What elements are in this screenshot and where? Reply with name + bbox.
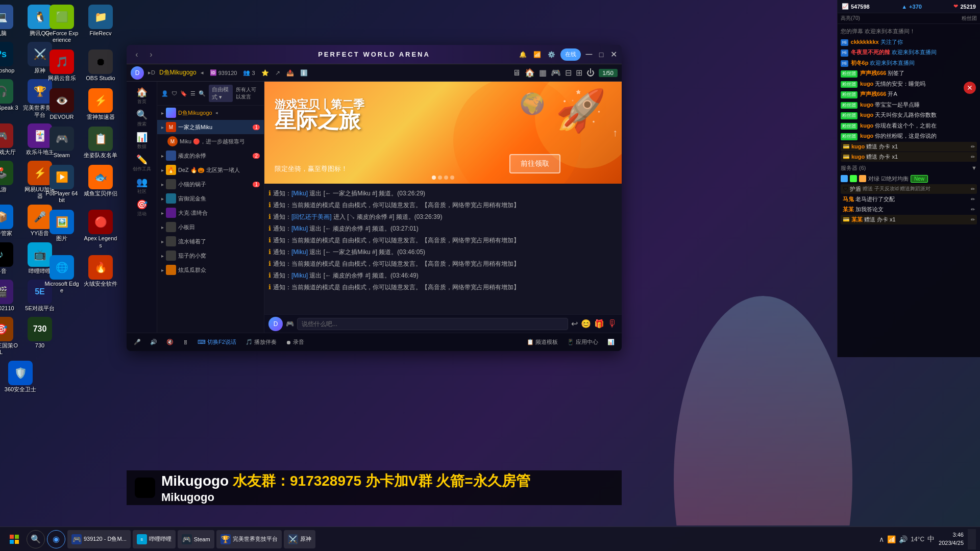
edit-icon-4[interactable]: ✏ xyxy=(971,196,975,202)
close-button[interactable]: ✕ xyxy=(609,51,618,59)
gift-icon[interactable]: 🎁 xyxy=(594,319,604,329)
home-icon[interactable]: 🏠 xyxy=(525,68,535,78)
switch-f2-btn[interactable]: ⌨ 切换F2说话 xyxy=(194,337,239,347)
close-overlay-btn[interactable]: ✕ xyxy=(964,82,976,94)
channel-item-yuji[interactable]: ▸ 顽皮的余悸 2 xyxy=(157,148,264,163)
grid-icon[interactable]: ▦ xyxy=(539,68,547,78)
icon-obs[interactable]: ⏺ OBS Studio xyxy=(82,47,119,84)
channel-item-dez[interactable]: ▸ 🔥 DeZ 🔥🎃 北区第一堵人 xyxy=(157,163,264,177)
app-center-btn[interactable]: 📱 应用中心 xyxy=(564,337,601,347)
scroll-up-button[interactable]: ↑ xyxy=(612,127,618,139)
edit-icon-2[interactable]: ✏ xyxy=(971,154,975,160)
channel-item-qiezi[interactable]: ▸ 茄子的小窝 xyxy=(157,248,264,263)
resize-icon[interactable]: ⊞ xyxy=(576,68,582,78)
volume-bar-btn[interactable]: 📊 xyxy=(604,337,618,347)
banner-cta-button[interactable]: 前往领取 xyxy=(509,154,560,173)
channel-item-miku[interactable]: ▸ M 一家之插Miku 1 xyxy=(157,120,264,134)
sidebar-home[interactable]: 🏠 首页 xyxy=(132,86,152,106)
icon-huoshan[interactable]: 🔥 火绒安全软件 xyxy=(82,253,119,296)
color-swatch-green[interactable] xyxy=(850,175,857,182)
icon-steam[interactable]: 🎮 Steam xyxy=(43,124,80,161)
sidebar-create[interactable]: ✏️ 创作工具 xyxy=(132,153,152,173)
icon-ruanjian[interactable]: 📦 软件管家 xyxy=(0,203,19,239)
icon-geforce[interactable]: 🟩 GeForce Experience xyxy=(43,3,80,45)
edit-icon-5[interactable]: ✏ xyxy=(971,207,975,212)
edit-icon-1[interactable]: ✏ xyxy=(971,144,975,149)
record-icon[interactable]: 🎙 xyxy=(607,318,618,330)
taskbar-app-yuanshen[interactable]: ⚔️ 原神 xyxy=(284,530,315,548)
settings-icon[interactable]: ⚙️ xyxy=(546,49,556,60)
chevron-icon[interactable]: ▼ xyxy=(971,165,977,171)
start-button[interactable] xyxy=(4,529,24,549)
speaker-btn[interactable]: 🔊 xyxy=(147,337,160,347)
record-btn[interactable]: ⏺ 录音 xyxy=(283,337,307,347)
channel-item-haxun[interactable]: ▸ 炫瓜瓜群众 xyxy=(157,263,264,277)
channel-item-miku2[interactable]: M Miku 🔴，进一步越狠靠弓 xyxy=(157,134,264,148)
emoji-icon[interactable]: 🎮 xyxy=(286,320,294,328)
sidebar-search[interactable]: 🔍 搜索 xyxy=(132,108,152,129)
icon-diannao[interactable]: 💻 电脑 xyxy=(0,3,19,39)
chat-input[interactable] xyxy=(297,318,568,330)
icon-yygames[interactable]: 🎮 YY游戏大厅 xyxy=(0,121,19,158)
icon-dianyou[interactable]: 🕹️ 电游 xyxy=(0,159,19,202)
game-icon[interactable]: 🎮 xyxy=(551,68,561,78)
sidebar-activity[interactable]: 🎯 活动 xyxy=(132,198,152,218)
icon-douyin[interactable]: ♪ 抖音 xyxy=(0,240,19,277)
icon-zuojie[interactable]: 📋 坐姿队友名单 xyxy=(82,124,119,161)
noise-btn[interactable]: 🔇 xyxy=(163,337,177,347)
channel-template-btn[interactable]: 📋 频道模板 xyxy=(524,337,561,347)
nav-forward[interactable]: › xyxy=(145,48,157,61)
icon-teamspeak[interactable]: 🎧 TeamSpeak 3 xyxy=(0,77,19,120)
icon-sanguoce[interactable]: 🎯 4399三国策OL xyxy=(0,315,19,358)
icon-netease163[interactable]: 🎵 网易云音乐 xyxy=(43,47,80,84)
channel-item-fish[interactable]: ▸ 宙御泥金鱼 xyxy=(157,191,264,206)
color-swatch-orange[interactable] xyxy=(859,175,866,182)
channel-item-cat[interactable]: ▸ 小猫的锅子 1 xyxy=(157,177,264,191)
taskbar-app-perfectworld[interactable]: 🎮 939120 - D鱼M... xyxy=(67,530,131,548)
network-icon[interactable]: 📶 xyxy=(887,535,896,543)
icon-apex[interactable]: 🔴 Apex Legends xyxy=(82,208,119,251)
channel-item-liushui[interactable]: ▸ 流水铺着了 xyxy=(157,234,264,248)
sound-icon[interactable]: 🔊 xyxy=(899,535,908,543)
edit-icon-3[interactable]: ✏ xyxy=(971,186,975,192)
tray-up-icon[interactable]: ∧ xyxy=(879,535,884,543)
icon-thunder[interactable]: ⚡ 雷神加速器 xyxy=(82,86,119,122)
maximize-button[interactable]: □ xyxy=(597,51,605,59)
taskbar-app-bilibili[interactable]: B 哔哩哔哩 xyxy=(133,530,176,548)
music-btn[interactable]: 🎵 播放伴奏 xyxy=(242,337,280,347)
icon-xianyu[interactable]: 🐟 咸鱼宝贝伴侣 xyxy=(82,163,119,206)
channel-owner[interactable]: ▸ D鱼Mikugogo ◂ xyxy=(157,106,264,120)
icon-photoshop[interactable]: Ps Photoshop xyxy=(0,40,19,76)
mode-badge[interactable]: 自由模式 ▾ xyxy=(209,85,233,102)
sidebar-data[interactable]: 📊 数据 xyxy=(132,131,152,151)
show-desktop-btn[interactable] xyxy=(968,529,976,549)
icon-360[interactable]: 🛡️ 360安全卫士 xyxy=(2,359,39,395)
taskbar-app-wanmei[interactable]: 🏆 完美世界竞技平台 xyxy=(216,530,282,548)
ime-label[interactable]: 中 xyxy=(927,535,935,544)
taskbar-cortana-btn[interactable]: ◉ xyxy=(47,530,65,548)
minimize-button[interactable]: ─ xyxy=(585,51,593,59)
icon-photos[interactable]: 🖼️ 图片 xyxy=(43,208,80,251)
icon-filerecv[interactable]: 📁 FileRecv xyxy=(82,3,119,45)
notification-icon[interactable]: 🔔 xyxy=(518,49,528,60)
nav-back[interactable]: ‹ xyxy=(131,48,143,61)
send-icon[interactable]: ↩ xyxy=(571,319,578,329)
color-swatch-blue[interactable] xyxy=(841,175,848,182)
icon-app730[interactable]: 730 730 xyxy=(21,315,58,358)
channel-item-xiaotian[interactable]: ▸ 小板田 xyxy=(157,220,264,234)
icon-edge[interactable]: 🌐 Microsoft Edge xyxy=(43,253,80,296)
sidebar-social[interactable]: 👥 社区 xyxy=(132,176,152,196)
edit-icon-6[interactable]: ✏ xyxy=(971,217,975,222)
clock[interactable]: 3:46 2023/4/25 xyxy=(939,531,964,547)
taskbar-search-btn[interactable]: 🔍 xyxy=(27,530,45,548)
icon-yy202110[interactable]: 🎬 YY202110 xyxy=(0,278,19,314)
mic-btn[interactable]: 🎤 xyxy=(131,337,144,347)
screen-icon[interactable]: 🖥 xyxy=(512,68,521,78)
taskbar-app-steam[interactable]: 🎮 Steam xyxy=(178,530,214,548)
eq-btn[interactable]: 🎚 xyxy=(180,338,191,347)
minus-icon[interactable]: ⊟ xyxy=(565,68,572,78)
channel-item-daoke[interactable]: ▸ 大克·凛绮合 xyxy=(157,206,264,220)
emoji-btn[interactable]: 😊 xyxy=(581,319,591,329)
power-icon[interactable]: ⏻ xyxy=(586,68,595,78)
icon-potplayer[interactable]: ▶️ PotPlayer 64 bit xyxy=(43,163,80,206)
